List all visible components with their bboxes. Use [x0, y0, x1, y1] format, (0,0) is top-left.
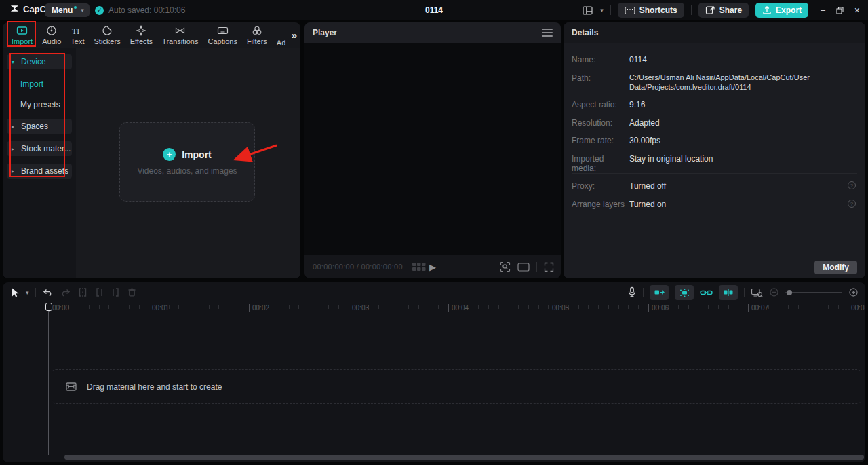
- trim-right-button[interactable]: [111, 287, 121, 297]
- record-voiceover-button[interactable]: [627, 286, 637, 298]
- share-button[interactable]: Share: [698, 3, 749, 18]
- player-timecode: 00:00:00:00 / 00:00:00:00: [313, 263, 403, 271]
- divider: [691, 5, 692, 15]
- shortcuts-button[interactable]: Shortcuts: [618, 3, 684, 18]
- zoom-in-button[interactable]: [848, 287, 859, 297]
- keyboard-icon: [625, 6, 635, 15]
- split-button[interactable]: [77, 287, 88, 297]
- close-button[interactable]: ×: [854, 5, 860, 16]
- captions-icon: [217, 25, 229, 36]
- sticker-icon: [102, 25, 113, 36]
- player-menu-icon[interactable]: [542, 29, 553, 37]
- sidebar-label: My presets: [20, 100, 60, 109]
- delete-button[interactable]: [127, 287, 137, 297]
- auto-snap-toggle[interactable]: [675, 285, 694, 300]
- tab-stickers[interactable]: Stickers: [90, 25, 125, 45]
- sidebar-item-my-presets[interactable]: My presets: [7, 97, 72, 112]
- row-value: 0114: [629, 55, 647, 64]
- timeline-toolbar: ▾: [3, 282, 865, 302]
- filters-icon: [252, 25, 262, 36]
- tab-label: Transitions: [162, 37, 198, 45]
- topbar-right-controls: ▾ Shortcuts Share Export – ×: [582, 0, 860, 20]
- render-preview-button[interactable]: [751, 287, 763, 297]
- details-title: Details: [572, 28, 598, 37]
- plus-icon: +: [163, 148, 176, 161]
- restore-button[interactable]: [836, 7, 844, 14]
- ruler-label: 00:02: [249, 304, 269, 312]
- timeline-zoom-slider[interactable]: [785, 292, 842, 293]
- tab-audio[interactable]: Audio: [37, 25, 66, 45]
- details-row-aspect-ratio: Aspect ratio: 9:16: [572, 100, 857, 109]
- playhead-handle[interactable]: [45, 303, 52, 311]
- row-value: 30.00fps: [629, 136, 660, 145]
- zoom-fit-icon[interactable]: [500, 261, 511, 272]
- ruler-label: 00:05: [549, 304, 569, 312]
- tab-effects[interactable]: Effects: [125, 25, 157, 45]
- row-label: Proxy:: [572, 181, 629, 191]
- arrange-layers-help-icon[interactable]: ?: [848, 200, 856, 208]
- timeline-horizontal-scrollbar[interactable]: [64, 455, 864, 460]
- layout-chevron-icon[interactable]: ▾: [600, 7, 604, 14]
- details-divider: [572, 173, 857, 174]
- select-tool-button[interactable]: [9, 287, 20, 298]
- sidebar-group-device[interactable]: ▾ Device: [7, 54, 72, 69]
- details-row-frame-rate: Frame rate: 30.00fps: [572, 136, 857, 145]
- proxy-help-icon[interactable]: ?: [848, 181, 856, 189]
- timeline-panel: ▾: [3, 282, 865, 462]
- minimize-button[interactable]: –: [821, 5, 825, 15]
- timeline-ruler[interactable]: 00:00 00:01 00:02 00:03 00:04 00:05 00:0…: [3, 302, 865, 314]
- sidebar-group-stock-materials[interactable]: ▸ Stock mater...: [7, 141, 72, 156]
- undo-button[interactable]: [42, 287, 54, 298]
- modify-button[interactable]: Modify: [814, 261, 857, 274]
- tab-label: Audio: [42, 37, 61, 45]
- main-track-magnet-toggle[interactable]: [650, 285, 669, 300]
- tab-text[interactable]: TI Text: [66, 25, 89, 45]
- player-title: Player: [313, 28, 337, 37]
- tab-filters[interactable]: Filters: [242, 25, 272, 45]
- sidebar-label: Import: [20, 79, 43, 89]
- row-label: Aspect ratio:: [572, 100, 629, 109]
- zoom-out-button[interactable]: [769, 287, 779, 297]
- frame-grid-icon[interactable]: [412, 263, 426, 271]
- link-toggle[interactable]: [700, 289, 713, 297]
- tab-label: Import: [12, 37, 33, 45]
- menu-label: Menu: [52, 5, 73, 15]
- select-tool-chevron-icon[interactable]: ▾: [26, 289, 29, 296]
- divider: [35, 288, 36, 297]
- ruler-label: 00:04: [448, 304, 469, 312]
- tabs-expander-icon[interactable]: »: [292, 29, 297, 41]
- menu-button[interactable]: Menu ▾: [45, 3, 90, 17]
- export-button[interactable]: Export: [755, 3, 808, 18]
- import-video-icon: [16, 25, 28, 36]
- shortcuts-label: Shortcuts: [639, 5, 677, 15]
- fullscreen-icon[interactable]: [544, 262, 554, 272]
- details-row-imported-media: Imported media: Stay in original locatio…: [572, 154, 857, 173]
- aspect-ratio-icon[interactable]: [517, 263, 530, 272]
- tab-label: Stickers: [94, 37, 121, 45]
- tab-ad[interactable]: Ad: [272, 39, 290, 48]
- autosave-status: ✓ Auto saved: 00:10:06: [95, 5, 185, 15]
- tab-transitions[interactable]: Transitions: [157, 25, 203, 45]
- caret-right-icon: ▸: [12, 124, 17, 130]
- trim-left-button[interactable]: [94, 287, 104, 297]
- zoom-slider-handle[interactable]: [787, 290, 792, 295]
- play-button[interactable]: ▶: [429, 262, 436, 272]
- timeline-track-dropzone[interactable]: Drag material here and start to create: [52, 369, 861, 404]
- sidebar-label: Spaces: [21, 122, 48, 131]
- sidebar-group-brand-assets[interactable]: ▸ Brand assets: [7, 164, 72, 179]
- divider: [744, 288, 745, 297]
- layout-icon[interactable]: [582, 5, 593, 16]
- details-row-proxy: Proxy: Turned off: [572, 181, 857, 191]
- dropzone-subtitle: Videos, audios, and images: [137, 166, 237, 176]
- window-controls: – ×: [821, 5, 860, 16]
- row-value: Turned on: [629, 200, 666, 209]
- preview-axis-toggle[interactable]: [719, 285, 738, 300]
- caret-right-icon: ▸: [12, 146, 17, 152]
- sidebar-group-spaces[interactable]: ▸ Spaces: [7, 119, 72, 134]
- row-value: Adapted: [629, 118, 660, 128]
- sidebar-item-import[interactable]: Import: [7, 77, 72, 92]
- tab-import[interactable]: Import: [7, 25, 37, 45]
- chevron-down-icon: ▾: [81, 7, 84, 14]
- redo-button[interactable]: [60, 287, 71, 298]
- tab-captions[interactable]: Captions: [203, 25, 241, 45]
